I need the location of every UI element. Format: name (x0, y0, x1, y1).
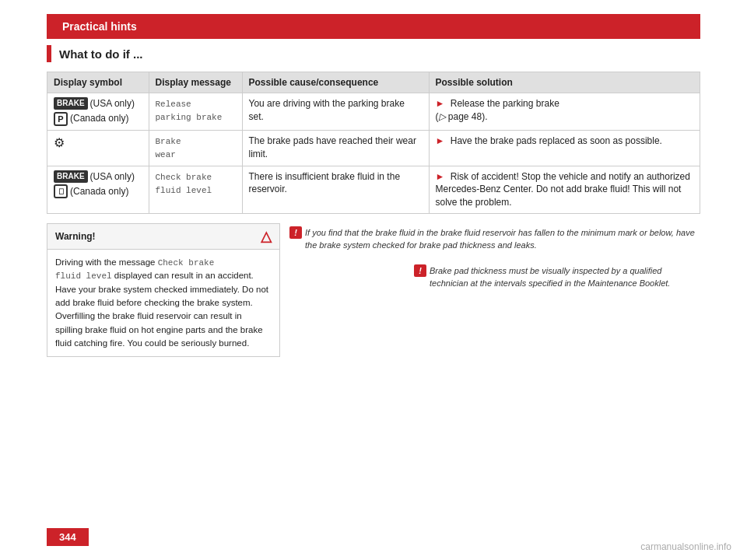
brake-badge: BRAKE (54, 97, 88, 110)
arrow-icon-2: ► (436, 135, 445, 146)
main-table-wrapper: Display symbol Display message Possible … (47, 72, 700, 214)
arrow-icon-3: ► (436, 171, 445, 182)
info-text-1: If you find that the brake fluid in the … (305, 226, 700, 252)
table-row: BRAKE (USA only) ⎕ (Canada only) Check b… (47, 166, 700, 213)
table-row: BRAKE (USA only) P (Canada only) Release… (47, 93, 700, 131)
symbol-cell-2: ⚙ (47, 130, 149, 166)
section-title: Practical hints (62, 20, 137, 33)
warning-intro: Driving with the message (55, 257, 158, 267)
message-cell-3: Check brakefluid level (149, 166, 242, 213)
warning-box: Warning! △ Driving with the message Chec… (47, 223, 280, 357)
solution-text-3: Risk of accident! Stop the vehicle and n… (436, 171, 690, 208)
subheader: What to do if ... (47, 45, 700, 62)
symbol-cell-3: BRAKE (USA only) ⎕ (Canada only) (47, 166, 149, 213)
canada-label: (Canada only) (70, 112, 128, 125)
arrow-icon-1: ► (436, 98, 445, 109)
message-cell-2: Brakewear (149, 130, 242, 166)
info-box-1: ! If you find that the brake fluid in th… (289, 223, 700, 255)
brake-badge-2: BRAKE (54, 170, 88, 183)
col-header-solution: Possible solution (429, 72, 700, 93)
message-text-2: Brakewear (156, 137, 181, 159)
gear-icon: ⚙ (54, 135, 65, 152)
subheader-bar-accent (47, 45, 51, 62)
table-row: ⚙ Brakewear The brake pads have reached … (47, 130, 700, 166)
warning-title: Warning! (55, 231, 96, 242)
solution-cell-2: ► Have the brake pads replaced as soon a… (429, 130, 700, 166)
info-text-2: Brake pad thickness must be visually ins… (430, 264, 700, 290)
warning-triangle-icon: △ (261, 228, 272, 245)
col-header-cause: Possible cause/consequence (242, 72, 429, 93)
message-cell-1: Releaseparking brake (149, 93, 242, 131)
usa-label: (USA only) (90, 97, 135, 110)
warning-body: Driving with the message Check brakeflui… (47, 250, 279, 356)
cause-cell-1: You are driving with the parking brake s… (242, 93, 429, 131)
message-text-3: Check brakefluid level (156, 173, 212, 195)
solution-text-2: Have the brake pads replaced as soon as … (451, 135, 662, 146)
symbol-cell-1: BRAKE (USA only) P (Canada only) (47, 93, 149, 131)
page-number: 344 (47, 528, 89, 546)
cd-badge: ⎕ (54, 184, 68, 198)
warning-header: Warning! △ (47, 224, 279, 250)
col-header-message: Display message (149, 72, 242, 93)
usa-label-2: (USA only) (90, 170, 135, 184)
canada-label-2: (Canada only) (70, 185, 128, 198)
bottom-section: Warning! △ Driving with the message Chec… (47, 223, 700, 357)
cause-text-2: The brake pads have reached their wear l… (249, 135, 416, 159)
message-text-1: Releaseparking brake (156, 100, 223, 122)
subheader-title: What to do if ... (59, 47, 142, 61)
solution-text-1: Release the parking brake(▷ page 48). (436, 98, 559, 122)
info-icon-2: ! (414, 264, 426, 277)
info-column: ! If you find that the brake fluid in th… (289, 223, 700, 357)
section-header: Practical hints (47, 14, 700, 39)
warning-rest: displayed can result in an accident. Hav… (55, 271, 268, 348)
watermark: carmanualsonline.info (640, 541, 731, 552)
cause-text-1: You are driving with the parking brake s… (249, 98, 405, 122)
p-badge: P (54, 112, 68, 126)
display-table: Display symbol Display message Possible … (47, 72, 700, 213)
cause-cell-3: There is insufficient brake fluid in the… (242, 166, 429, 213)
solution-cell-3: ► Risk of accident! Stop the vehicle and… (429, 166, 700, 213)
cause-cell-2: The brake pads have reached their wear l… (242, 130, 429, 166)
col-header-symbol: Display symbol (47, 72, 149, 93)
cause-text-3: There is insufficient brake fluid in the… (249, 171, 401, 195)
solution-cell-1: ► Release the parking brake(▷ page 48). (429, 93, 700, 131)
info-box-2: ! Brake pad thickness must be visually i… (289, 261, 700, 293)
info-icon-1: ! (289, 226, 302, 239)
